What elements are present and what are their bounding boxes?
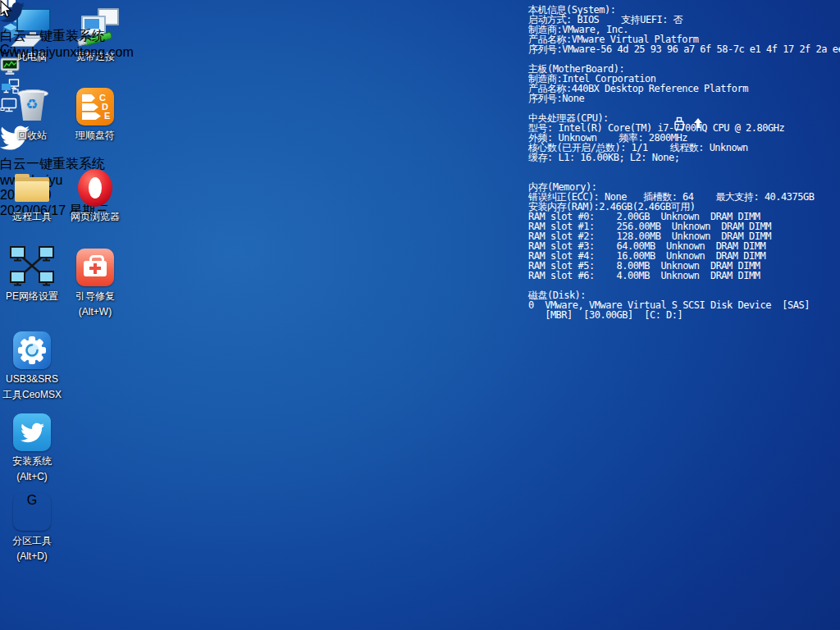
mouse-cursor: [0, 0, 13, 21]
icon-label: 远程工具: [0, 209, 64, 225]
opera-icon: [63, 167, 127, 209]
icon-label: 网页浏览器: [63, 209, 127, 225]
diskgenius-icon: G: [0, 491, 64, 533]
icon-label-line2: 工具CeoMSX: [0, 387, 64, 403]
icon-label-line2: (Alt+D): [0, 549, 64, 564]
folder-icon: [0, 167, 64, 209]
desktop-icon-install-system[interactable]: 安装系统 (Alt+C): [0, 411, 64, 485]
tray-usb-eject-icon[interactable]: [673, 116, 686, 135]
desktop-icon-recycle-bin[interactable]: ♻ 回收站: [0, 85, 64, 144]
recycle-bin-icon: ♻: [0, 85, 64, 128]
twitter-bird-icon: [0, 411, 64, 454]
icon-label-line2: (Alt+C): [0, 469, 64, 485]
icon-label: 分区工具: [0, 533, 64, 549]
desktop-icon-drive-letters[interactable]: C D E 理顺盘符: [63, 85, 127, 144]
desktop-icon-remote-tools[interactable]: 远程工具: [0, 167, 64, 225]
watermark-url: www.baiyunxitong.com: [0, 45, 134, 60]
icon-label: 回收站: [0, 128, 64, 144]
icon-label: USB3&SRS: [0, 372, 64, 387]
first-aid-kit-icon: [63, 246, 127, 289]
gear-icon: [0, 329, 64, 372]
drive-letters-icon: C D E: [63, 85, 127, 128]
desktop-icon-web-browser[interactable]: 网页浏览器: [63, 167, 127, 225]
desktop-icon-usb3-srs-tool[interactable]: USB3&SRS 工具CeoMSX: [0, 329, 64, 403]
icon-label: 引导修复: [63, 289, 127, 304]
icon-label: 安装系统: [0, 454, 64, 469]
system-info-text: 本机信息(System): 启动方式: BIOS 支持UEFI: 否 制造商:V…: [528, 5, 840, 320]
desktop-watermark: 白云一键重装系统 www.baiyunxitong.com: [0, 0, 134, 60]
network-diagram-icon: [0, 246, 64, 289]
icon-label: PE网络设置: [0, 289, 64, 304]
icon-label-line2: (Alt+W): [63, 304, 127, 320]
watermark-bird-icon: [0, 0, 134, 28]
watermark-title: 白云一键重装系统: [0, 28, 134, 45]
desktop-icon-pe-network-settings[interactable]: PE网络设置: [0, 246, 64, 304]
desktop-icon-boot-repair[interactable]: 引导修复 (Alt+W): [63, 246, 127, 320]
desktop-icon-partition-tool[interactable]: G 分区工具 (Alt+D): [0, 491, 64, 564]
tray-arrow-up-icon[interactable]: [692, 116, 705, 135]
icon-label: 理顺盘符: [63, 128, 127, 144]
